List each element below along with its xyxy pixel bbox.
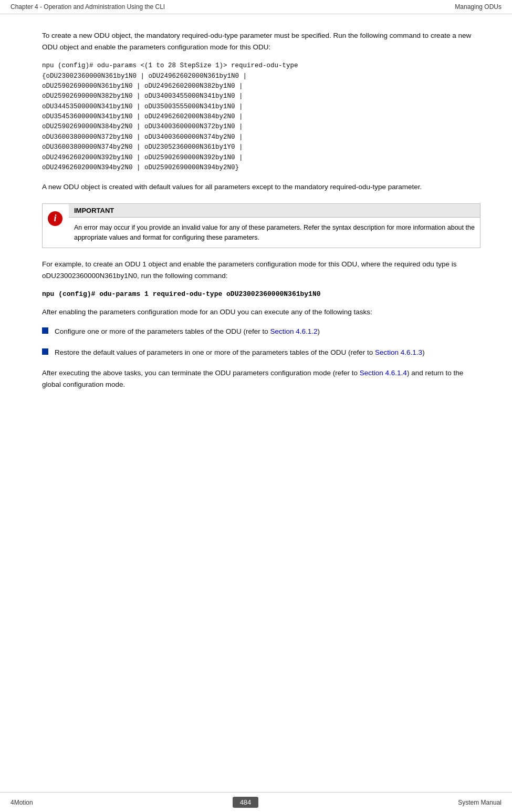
important-icon: i <box>48 211 62 226</box>
link-section-4613[interactable]: Section 4.6.1.3 <box>375 348 422 356</box>
important-box: i IMPORTANT An error may occur if you pr… <box>42 203 480 249</box>
important-header: IMPORTANT <box>69 204 480 218</box>
bullet-list: Configure one or more of the parameters … <box>42 326 480 358</box>
paragraph-1: To create a new ODU object, the mandator… <box>42 30 480 53</box>
page-number: 484 <box>233 797 259 808</box>
list-item: Configure one or more of the parameters … <box>42 326 480 337</box>
footer-doc-title: System Manual <box>458 799 501 806</box>
page-footer: 4Motion 484 System Manual <box>0 792 512 812</box>
header-section: Managing ODUs <box>455 3 501 11</box>
bullet-icon <box>42 348 48 355</box>
paragraph-4: After enabling the parameters configurat… <box>42 306 480 318</box>
header-chapter: Chapter 4 - Operation and Administration… <box>11 3 165 11</box>
important-content: IMPORTANT An error may occur if you prov… <box>69 204 480 248</box>
code-block-1: npu (config)# odu-params <(1 to 28 StepS… <box>42 61 480 173</box>
bullet-icon <box>42 327 48 334</box>
important-icon-col: i <box>43 204 69 248</box>
important-body: An error may occur if you provide an inv… <box>69 218 480 248</box>
list-item: Restore the default values of parameters… <box>42 347 480 358</box>
link-section-4614[interactable]: Section 4.6.1.4 <box>360 369 407 377</box>
paragraph-2: A new ODU object is created with default… <box>42 181 480 193</box>
paragraph-3: For example, to create an ODU 1 object a… <box>42 259 480 281</box>
bullet-text-2: Restore the default values of parameters… <box>55 347 425 358</box>
paragraph-5: After executing the above tasks, you can… <box>42 367 480 390</box>
bullet-text-1: Configure one or more of the parameters … <box>55 326 320 337</box>
page-header: Chapter 4 - Operation and Administration… <box>0 0 512 14</box>
footer-brand: 4Motion <box>11 799 33 806</box>
main-content: To create a new ODU object, the mandator… <box>0 14 512 441</box>
bold-command: npu (config)# odu-params 1 required-odu-… <box>42 290 480 298</box>
link-section-4612[interactable]: Section 4.6.1.2 <box>270 327 317 335</box>
